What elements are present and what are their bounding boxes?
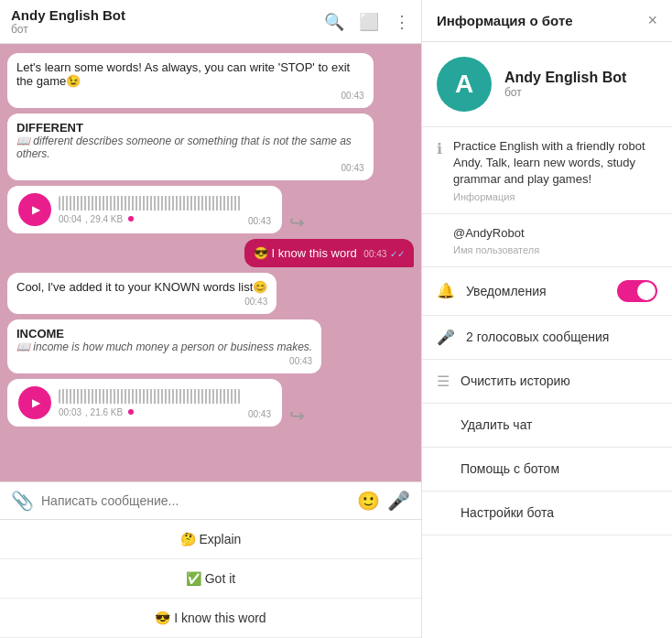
audio-2-time: 00:43 — [248, 409, 271, 419]
info-username-label: Имя пользователя — [453, 244, 539, 255]
bot-avatar: A — [437, 57, 492, 112]
audio-message-1: 00:04 , 29.4 KB 00:43 — [7, 186, 282, 233]
bot-info: Andy English Bot бот — [504, 70, 626, 99]
info-description-icon: ℹ — [437, 140, 442, 157]
microphone-icon: 🎤 — [437, 329, 455, 346]
quick-replies: 🤔 Explain ✅ Got it 😎 I know this word — [0, 519, 421, 638]
info-panel-title: Информация о боте — [437, 13, 573, 28]
bot-type: бот — [504, 86, 626, 99]
audio-2-duration: 00:03 — [59, 407, 81, 417]
notifications-toggle[interactable] — [617, 280, 657, 302]
message-2: DIFFERENT 📖 different describes someone … — [7, 114, 374, 180]
message-4: 😎 I know this word 00:43 ✓✓ — [244, 239, 414, 267]
mic-icon[interactable]: 🎤 — [387, 490, 410, 512]
audio-play-button-2[interactable] — [18, 386, 51, 419]
message-4-text: 😎 I know this word — [254, 246, 357, 260]
info-description-section: ℹ Practice English with a friendly robot… — [422, 127, 672, 214]
message-5-time: 00:43 — [16, 297, 267, 307]
info-description-text: Practice English with a friendly robot A… — [453, 138, 657, 189]
message-6-time: 00:43 — [16, 356, 312, 366]
message-1: Let's learn some words! As always, you c… — [7, 53, 374, 108]
chat-header-info: Andy English Bot бот — [11, 7, 324, 36]
audio-1-time: 00:43 — [248, 216, 271, 226]
message-7-row: 00:03 , 21.6 KB 00:43 ↪ — [7, 379, 414, 427]
info-description-label: Информация — [453, 191, 657, 202]
menu-bot-settings-label: Настройки бота — [461, 505, 554, 520]
menu-bot-settings[interactable]: ☰ Настройки бота — [422, 492, 672, 535]
window-icon[interactable]: ⬜ — [359, 12, 379, 32]
message-5: Cool, I've added it to your KNOWN words … — [7, 273, 276, 314]
list-icon: ☰ — [437, 373, 450, 390]
info-username-content: @AndyRobot Имя пользователя — [453, 225, 539, 255]
audio-1-size: , 29.4 KB — [85, 214, 123, 224]
menu-clear-history[interactable]: ☰ Очистить историю — [422, 360, 672, 404]
quick-reply-got-it[interactable]: ✅ Got it — [0, 559, 421, 599]
chat-input-area: 📎 🙂 🎤 — [0, 481, 421, 519]
menu-delete-chat-label: Удалить чат — [461, 417, 533, 432]
message-1-time: 00:43 — [16, 91, 364, 101]
audio-dot-1 — [128, 216, 134, 222]
bot-profile: A Andy English Bot бот — [422, 42, 672, 127]
forward-icon-2[interactable]: ↪ — [289, 405, 305, 427]
audio-1-duration: 00:04 — [59, 214, 81, 224]
info-username-text: @AndyRobot — [453, 225, 539, 242]
bell-icon: 🔔 — [437, 282, 455, 299]
chat-panel: Andy English Bot бот 🔍 ⬜ ⋮ Let's learn s… — [0, 0, 421, 638]
notifications-row[interactable]: 🔔 Уведомления — [422, 267, 672, 316]
message-4-time: 00:43 — [363, 249, 386, 259]
audio-2-size: , 21.6 KB — [85, 407, 123, 417]
search-icon[interactable]: 🔍 — [324, 12, 344, 32]
info-description-content: Practice English with a friendly robot A… — [453, 138, 657, 202]
info-username-section: ℹ @AndyRobot Имя пользователя — [422, 214, 672, 267]
message-input[interactable] — [41, 493, 350, 508]
message-2-italic: 📖 different describes someone or somethi… — [16, 135, 364, 160]
message-6: INCOME 📖 income is how much money a pers… — [7, 319, 321, 373]
more-icon[interactable]: ⋮ — [394, 12, 410, 32]
chat-messages: Let's learn some words! As always, you c… — [0, 44, 421, 481]
info-header: Информация о боте × — [422, 0, 672, 42]
menu-bot-help-label: Помощь с ботом — [461, 461, 559, 476]
message-5-text: Cool, I've added it to your KNOWN words … — [16, 280, 267, 294]
message-2-time: 00:43 — [16, 163, 364, 173]
notifications-label: Уведомления — [466, 284, 606, 298]
message-4-row: 😎 I know this word 00:43 ✓✓ — [7, 239, 414, 267]
voice-messages-count: 2 голосовых сообщения — [466, 330, 657, 344]
emoji-icon[interactable]: 🙂 — [357, 490, 380, 512]
info-close-button[interactable]: × — [647, 11, 657, 30]
menu-delete-chat[interactable]: ☰ Удалить чат — [422, 404, 672, 448]
chat-header-icons: 🔍 ⬜ ⋮ — [324, 12, 410, 32]
chat-header: Andy English Bot бот 🔍 ⬜ ⋮ — [0, 0, 421, 44]
toggle-knob — [637, 282, 656, 300]
bot-name: Andy English Bot — [504, 70, 626, 86]
chat-subtitle: бот — [11, 23, 324, 36]
info-panel: Информация о боте × A Andy English Bot б… — [421, 0, 672, 638]
chat-title: Andy English Bot — [11, 7, 324, 23]
message-2-bold: DIFFERENT — [16, 121, 364, 135]
audio-play-button-1[interactable] — [18, 193, 51, 226]
attach-icon[interactable]: 📎 — [11, 490, 34, 512]
quick-reply-know-word[interactable]: 😎 I know this word — [0, 599, 421, 638]
message-4-check: ✓✓ — [390, 249, 405, 259]
menu-clear-history-label: Очистить историю — [461, 373, 570, 388]
message-3-row: 00:04 , 29.4 KB 00:43 ↪ — [7, 186, 414, 233]
voice-messages-row[interactable]: 🎤 2 голосовых сообщения — [422, 316, 672, 360]
message-1-text: Let's learn some words! As always, you c… — [16, 60, 364, 88]
forward-icon-1[interactable]: ↪ — [289, 211, 305, 233]
menu-bot-help[interactable]: ☰ Помощь с ботом — [422, 448, 672, 492]
message-6-bold: INCOME — [16, 327, 312, 341]
quick-reply-explain[interactable]: 🤔 Explain — [0, 520, 421, 559]
audio-message-2: 00:03 , 21.6 KB 00:43 — [7, 379, 282, 427]
audio-dot-2 — [128, 409, 134, 415]
message-6-italic: 📖 income is how much money a person or b… — [16, 341, 312, 353]
